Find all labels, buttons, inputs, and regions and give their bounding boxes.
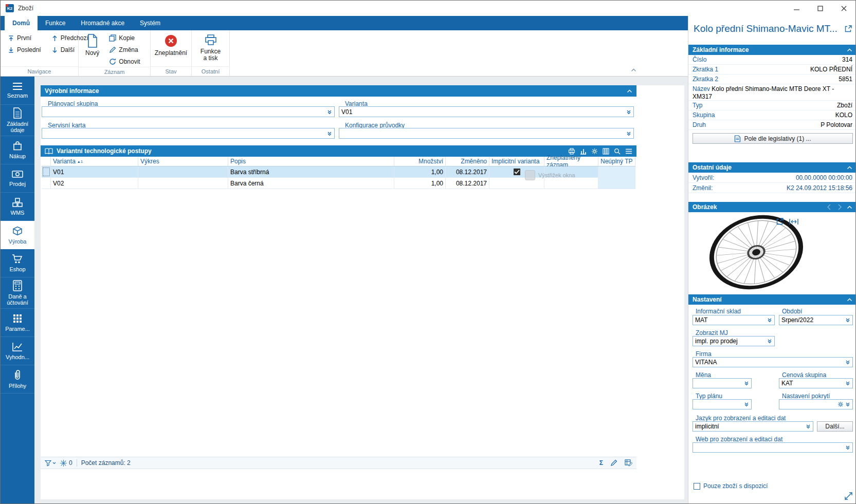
firma-input[interactable]: VITANA: [693, 357, 853, 367]
cell-popis[interactable]: Barva černá: [228, 178, 394, 189]
cell-neuplny-tp[interactable]: [598, 166, 635, 177]
dropdown-icon[interactable]: [845, 318, 850, 323]
sidebar-item-eshop[interactable]: Eshop: [1, 249, 34, 277]
tab-system[interactable]: Systém: [132, 16, 168, 30]
image-open-button[interactable]: [776, 217, 784, 227]
dropdown-icon[interactable]: [845, 381, 850, 386]
dropdown-icon[interactable]: [626, 131, 631, 136]
informacni-sklad-input[interactable]: MAT: [693, 315, 775, 325]
dispozice-checkbox-row[interactable]: Pouze zboží s dispozicí: [694, 482, 768, 490]
new-button[interactable]: Nový: [83, 33, 102, 58]
collapse-chevron-icon[interactable]: [847, 296, 852, 303]
dropdown-icon[interactable]: [744, 381, 749, 386]
last-button[interactable]: Poslední: [5, 45, 44, 55]
columns-icon[interactable]: [603, 148, 609, 155]
section-header-ostatni-udaje[interactable]: Ostatní údaje: [688, 162, 856, 173]
cell-mnozstvi[interactable]: 1,00: [394, 178, 446, 189]
maximize-button[interactable]: [808, 1, 832, 16]
varianta-input[interactable]: V01: [339, 106, 634, 117]
dropdown-icon[interactable]: [845, 402, 850, 407]
functions-print-button[interactable]: Funkce a tisk: [196, 33, 225, 63]
sidebar-item-seznam[interactable]: Seznam: [1, 77, 34, 105]
dropdown-icon[interactable]: [626, 109, 631, 115]
dropdown-icon[interactable]: [327, 131, 332, 136]
konfigurace-pruvodky-input[interactable]: [339, 128, 634, 139]
image-fit-button[interactable]: [789, 218, 798, 227]
gear-icon[interactable]: [837, 401, 844, 407]
minimize-button[interactable]: [785, 1, 808, 16]
cell-varianta[interactable]: V02: [51, 178, 138, 189]
mena-input[interactable]: [693, 378, 752, 388]
sidebar-item-parametry[interactable]: Parame...: [1, 309, 34, 337]
collapse-chevron-icon[interactable]: [847, 46, 852, 53]
section-header-nastaveni[interactable]: Nastavení: [688, 294, 856, 305]
change-button[interactable]: Změna: [106, 45, 143, 55]
sidebar-item-wms[interactable]: WMS: [1, 193, 34, 221]
row-selector[interactable]: [42, 178, 51, 189]
collapse-chevron-icon[interactable]: [847, 203, 852, 211]
web-input[interactable]: [693, 442, 853, 453]
section-header-obrazek[interactable]: Obrázek: [688, 202, 856, 212]
column-header-popis[interactable]: Popis: [228, 157, 394, 166]
copy-button[interactable]: Kopie: [106, 33, 143, 43]
jazyk-input[interactable]: implicitní: [693, 421, 813, 432]
column-header-vykres[interactable]: Výkres: [138, 157, 228, 166]
column-header-mnozstvi[interactable]: Množství: [394, 157, 446, 166]
checked-checkbox-icon[interactable]: [514, 169, 520, 175]
zobrazit-mj-input[interactable]: impl. pro prodej: [693, 336, 775, 346]
cell-popis[interactable]: Barva stříbrná: [228, 166, 394, 177]
sum-button[interactable]: Σ: [599, 459, 603, 466]
row-selector[interactable]: [42, 166, 51, 177]
grid-edit-icon[interactable]: [625, 459, 632, 466]
cell-vykres[interactable]: [138, 166, 228, 177]
frozen-rows-indicator[interactable]: 0: [60, 459, 72, 466]
planovaci-skupina-input[interactable]: [42, 106, 335, 117]
refresh-button[interactable]: Obnovit: [106, 57, 143, 67]
sidebar-item-prodej[interactable]: Prodej: [1, 164, 34, 193]
section-header-zakladni-informace[interactable]: Základní informace: [688, 45, 856, 55]
tab-domu[interactable]: Domů: [5, 16, 38, 30]
sidebar-item-nakup[interactable]: Nákup: [1, 136, 34, 164]
sidebar-item-prilohy[interactable]: Přílohy: [1, 365, 34, 394]
filter-button[interactable]: [45, 460, 56, 466]
cell-vykres[interactable]: [138, 178, 228, 189]
sidebar-item-zakladni-udaje[interactable]: Základní údaje: [1, 105, 34, 136]
typ-planu-input[interactable]: [693, 399, 752, 409]
cenova-skupina-input[interactable]: KAT: [779, 378, 853, 388]
sidebar-item-vyhodnoceni[interactable]: Vyhodn...: [1, 337, 34, 365]
open-detail-button[interactable]: [844, 25, 852, 34]
dropdown-icon[interactable]: [767, 339, 772, 344]
tab-funkce[interactable]: Funkce: [38, 16, 73, 30]
cell-varianta[interactable]: V01: [51, 166, 138, 177]
column-header-implicitni-varianta[interactable]: Implicitní varianta: [489, 157, 544, 166]
print-icon[interactable]: [568, 148, 575, 155]
resize-grip[interactable]: [845, 492, 852, 501]
tab-hromadne-akce[interactable]: Hromadné akce: [73, 16, 132, 30]
sidebar-item-vyroba[interactable]: Výroba: [1, 221, 34, 249]
dropdown-icon[interactable]: [744, 402, 749, 407]
dropdown-icon[interactable]: [767, 318, 772, 323]
ribbon-collapse-button[interactable]: [631, 66, 636, 73]
bar-chart-icon[interactable]: [580, 148, 587, 155]
nastaveni-pokryti-input[interactable]: [779, 399, 853, 409]
sidebar-item-dane-a-uctovani[interactable]: Daně a účtování: [1, 277, 34, 309]
unchecked-checkbox-icon[interactable]: [694, 483, 700, 490]
dropdown-icon[interactable]: [845, 360, 850, 365]
menu-icon[interactable]: [625, 148, 632, 154]
image-prev-icon[interactable]: [826, 204, 832, 210]
close-button[interactable]: [832, 1, 855, 16]
column-header-neuplny-tp[interactable]: Neúplný TP: [598, 157, 635, 166]
servisni-karta-input[interactable]: [42, 128, 335, 139]
cell-neuplny-tp[interactable]: [598, 178, 635, 189]
row-selector-header[interactable]: [42, 157, 51, 166]
settings-gear-icon[interactable]: [591, 148, 598, 155]
cell-zmeneno[interactable]: 08.12.2017: [446, 166, 489, 177]
legislativa-button[interactable]: Pole dle legislativy (1) ...: [693, 133, 853, 144]
column-header-varianta[interactable]: Varianta ▲ 1: [51, 157, 138, 166]
edit-pencil-icon[interactable]: [610, 459, 617, 466]
collapse-chevron-icon[interactable]: [847, 164, 852, 171]
first-button[interactable]: První: [5, 33, 44, 43]
dalsi-button[interactable]: Další...: [817, 421, 853, 432]
obdobi-input[interactable]: Srpen/2022: [779, 315, 853, 325]
collapse-chevron-icon[interactable]: [627, 87, 632, 95]
